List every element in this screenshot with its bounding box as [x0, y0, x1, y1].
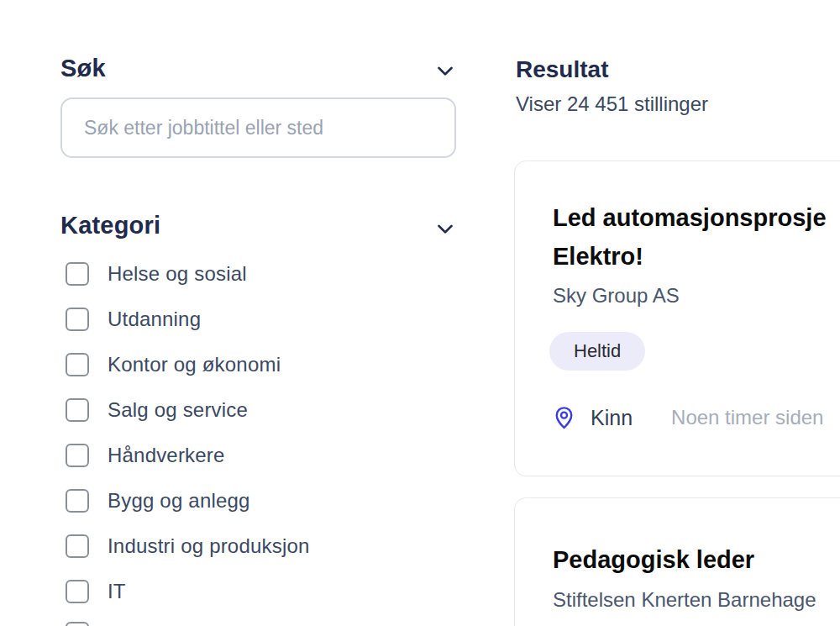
search-input[interactable]: [60, 97, 456, 158]
category-checkbox[interactable]: [66, 308, 89, 331]
category-label[interactable]: Bygg og anlegg: [108, 489, 250, 513]
results-count: Viser 24 451 stillinger: [516, 92, 708, 116]
category-checkbox[interactable]: [66, 489, 89, 513]
job-card[interactable]: Pedagogisk leder Stiftelsen Knerten Barn…: [514, 497, 840, 626]
category-filter-row[interactable]: IT: [66, 580, 452, 603]
category-filter-row[interactable]: Helse og sosial: [66, 262, 452, 286]
location-pin-icon: [553, 405, 575, 431]
category-filter-list: Helse og sosial Utdanning Kontor og økon…: [66, 262, 452, 625]
category-filter-row[interactable]: Industri og produksjon: [66, 534, 452, 558]
job-card-inner: Led automasjonsprosje Elektro! Sky Group…: [515, 161, 840, 476]
chevron-down-icon[interactable]: [433, 216, 458, 241]
category-checkbox[interactable]: [66, 444, 89, 467]
category-section-title: Kategori: [60, 212, 160, 239]
category-checkbox[interactable]: [66, 353, 89, 376]
category-filter-row[interactable]: Bygg og anlegg: [66, 489, 452, 513]
category-checkbox[interactable]: [66, 580, 89, 603]
category-label[interactable]: Utdanning: [108, 308, 201, 331]
category-filter-row[interactable]: Salg og service: [66, 398, 452, 422]
job-title-line2: Elektro!: [553, 237, 840, 276]
category-label[interactable]: Håndverkere: [108, 444, 225, 467]
job-title-line1: Led automasjonsprosje: [553, 198, 840, 237]
category-label[interactable]: Industri og produksjon: [108, 534, 310, 558]
category-checkbox[interactable]: [66, 398, 89, 422]
job-location: Kinn: [591, 406, 633, 430]
job-company: Stiftelsen Knerten Barnehage: [553, 588, 816, 612]
category-checkbox[interactable]: [66, 534, 89, 558]
employment-type-badge: Heltid: [549, 332, 645, 371]
job-search-page: { "filters": { "search_section": { "titl…: [0, 0, 840, 626]
chevron-down-icon[interactable]: [433, 58, 458, 83]
job-meta-row: Kinn Noen timer siden: [553, 403, 823, 432]
job-title-line1: Pedagogisk leder: [553, 540, 840, 579]
search-section-title: Søk: [60, 55, 106, 82]
category-checkbox-partial[interactable]: [66, 622, 89, 626]
category-filter-row[interactable]: Utdanning: [66, 308, 452, 331]
category-filter-row[interactable]: Kontor og økonomi: [66, 353, 452, 376]
category-label[interactable]: Salg og service: [108, 398, 248, 422]
job-card-inner: Pedagogisk leder Stiftelsen Knerten Barn…: [515, 498, 840, 626]
category-label[interactable]: IT: [108, 580, 126, 603]
job-title[interactable]: Led automasjonsprosje Elektro!: [553, 198, 840, 276]
job-badge-row: Heltid: [549, 332, 645, 371]
category-label[interactable]: Kontor og økonomi: [108, 353, 281, 376]
job-card[interactable]: Led automasjonsprosje Elektro! Sky Group…: [514, 160, 840, 476]
category-checkbox[interactable]: [66, 262, 89, 286]
job-posted-time: Noen timer siden: [671, 406, 823, 429]
category-filter-row[interactable]: Håndverkere: [66, 444, 452, 467]
job-title[interactable]: Pedagogisk leder: [553, 540, 840, 579]
results-title: Resultat: [516, 56, 608, 83]
category-label[interactable]: Helse og sosial: [108, 262, 247, 286]
job-company: Sky Group AS: [553, 284, 680, 308]
